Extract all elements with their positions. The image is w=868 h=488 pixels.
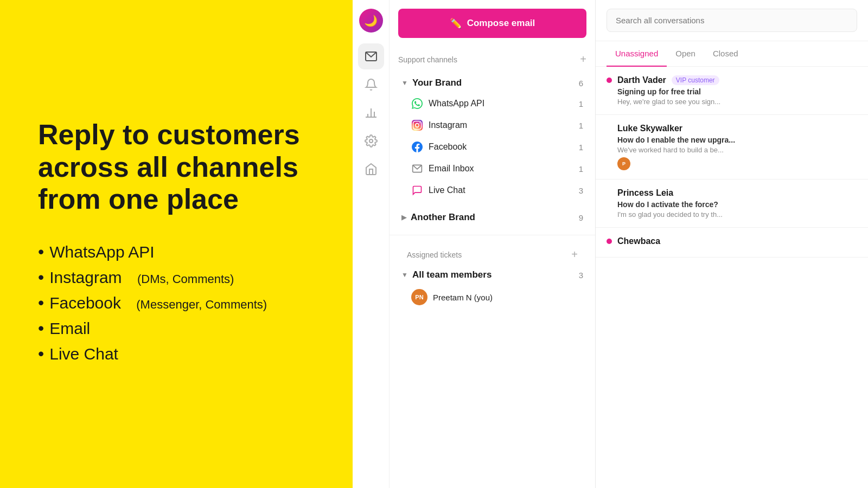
- whatsapp-icon: [411, 98, 423, 110]
- agent-left: PN Preetam N (you): [411, 289, 493, 305]
- tab-open[interactable]: Open: [667, 41, 704, 67]
- sidebar-item-home[interactable]: [358, 156, 384, 182]
- compose-email-button[interactable]: ✏️ Compose email: [398, 9, 586, 38]
- feature-sub: (DMs, Comments): [137, 272, 234, 286]
- support-channels-label: Support channels: [398, 55, 457, 64]
- feature-main: Instagram: [49, 268, 122, 287]
- assigned-tickets-header: Assigned tickets +: [398, 244, 586, 265]
- channel-left: Instagram: [411, 119, 467, 131]
- conv-header: Chewbaca: [607, 236, 857, 246]
- list-item: WhatsApp API: [38, 242, 300, 262]
- compose-label: Compose email: [467, 18, 535, 29]
- email-icon: [411, 163, 423, 175]
- channel-whatsapp[interactable]: WhatsApp API 1: [398, 93, 586, 114]
- chart-icon: [365, 106, 378, 119]
- search-bar: [596, 0, 868, 41]
- livechat-label: Live Chat: [429, 185, 465, 195]
- list-item: Facebook (Messenger, Comments): [38, 293, 300, 313]
- all-team-item[interactable]: ▼ All team members 3: [398, 265, 586, 285]
- email-label: Email Inbox: [429, 164, 474, 174]
- conversation-item[interactable]: Darth Vader VIP customer Signing up for …: [596, 67, 868, 115]
- vip-badge: VIP customer: [672, 75, 719, 85]
- feature-list: WhatsApp API Instagram (DMs, Comments) F…: [38, 242, 300, 364]
- conv-subject: How do I enable the new upgra...: [607, 136, 857, 144]
- sidebar-item-inbox[interactable]: [358, 43, 384, 69]
- facebook-count: 1: [579, 143, 583, 152]
- offline-indicator: [607, 126, 612, 131]
- channel-left: Facebook: [411, 141, 467, 153]
- email-count: 1: [579, 164, 583, 174]
- left-panel: Reply to customers across all channels f…: [0, 0, 353, 488]
- online-indicator: [607, 239, 612, 244]
- svg-point-5: [369, 139, 373, 143]
- conversation-item[interactable]: Luke Skywalker How do I enable the new u…: [596, 115, 868, 179]
- facebook-label: Facebook: [429, 142, 467, 152]
- tab-unassigned-label: Unassigned: [615, 49, 658, 58]
- conv-subject: How do I activate the force?: [607, 200, 857, 209]
- app-logo: 🌙: [359, 9, 383, 33]
- channel-facebook[interactable]: Facebook 1: [398, 136, 586, 158]
- support-channels-section: Support channels +: [390, 49, 595, 70]
- chevron-down-icon: ▼: [401, 79, 408, 87]
- all-team-count: 3: [579, 271, 583, 280]
- conv-preview: We've worked hard to build a be...: [607, 146, 857, 154]
- all-team-label: All team members: [412, 269, 492, 280]
- another-brand-name: Another Brand: [411, 212, 475, 223]
- channel-left: Live Chat: [411, 184, 465, 196]
- conv-name: Darth Vader: [617, 75, 666, 85]
- sidebar-item-notifications[interactable]: [358, 72, 384, 98]
- assigned-section: Assigned tickets + ▼ All team members 3 …: [390, 240, 595, 314]
- instagram-label: Instagram: [429, 120, 467, 130]
- svg-point-8: [419, 122, 420, 123]
- conv-header: Princess Leia: [607, 188, 857, 198]
- tab-closed[interactable]: Closed: [704, 41, 747, 67]
- channel-livechat[interactable]: Live Chat 3: [398, 179, 586, 201]
- another-brand-left: ▶ Another Brand: [401, 212, 475, 223]
- your-brand-header[interactable]: ▼ Your Brand 6: [398, 73, 586, 93]
- agent-name: Preetam N (you): [433, 293, 493, 302]
- tab-open-label: Open: [675, 49, 695, 58]
- channel-left: Email Inbox: [411, 163, 474, 175]
- feature-sub: (Messenger, Comments): [136, 298, 267, 312]
- list-item: Email: [38, 318, 300, 338]
- compose-icon: ✏️: [450, 17, 462, 29]
- sidebar-item-analytics[interactable]: [358, 100, 384, 126]
- conversation-item[interactable]: Chewbaca: [596, 228, 868, 258]
- instagram-icon: [411, 119, 423, 131]
- logo-icon: 🌙: [364, 14, 378, 27]
- conv-preview: I'm so glad you decided to try th...: [607, 210, 857, 219]
- divider: [390, 235, 595, 235]
- instagram-count: 1: [579, 121, 583, 130]
- channel-email[interactable]: Email Inbox 1: [398, 158, 586, 179]
- sidebar-item-settings[interactable]: [358, 128, 384, 154]
- online-indicator: [607, 78, 612, 83]
- livechat-count: 3: [579, 186, 583, 195]
- feature-main: Facebook: [49, 294, 121, 312]
- add-channel-icon[interactable]: +: [580, 53, 586, 66]
- your-brand-name: Your Brand: [412, 78, 462, 88]
- tab-closed-label: Closed: [713, 49, 738, 58]
- assigned-tickets-label: Assigned tickets: [407, 251, 462, 259]
- conv-name: Chewbaca: [617, 236, 660, 246]
- tab-unassigned[interactable]: Unassigned: [607, 41, 667, 67]
- whatsapp-count: 1: [579, 99, 583, 108]
- conversation-list: Darth Vader VIP customer Signing up for …: [596, 67, 868, 488]
- conv-header: Luke Skywalker: [607, 124, 857, 133]
- add-assigned-icon[interactable]: +: [571, 248, 578, 261]
- conv-name: Princess Leia: [617, 188, 673, 198]
- search-input[interactable]: [607, 9, 857, 32]
- facebook-icon: [411, 141, 423, 153]
- gear-icon: [365, 134, 378, 147]
- list-item: Live Chat: [38, 344, 300, 364]
- channel-instagram[interactable]: Instagram 1: [398, 114, 586, 136]
- offline-indicator: [607, 190, 612, 196]
- all-team-left: ▼ All team members: [401, 269, 492, 280]
- inbox-icon: [365, 50, 378, 63]
- another-brand-header[interactable]: ▶ Another Brand 9: [398, 208, 586, 227]
- app-window: 🌙: [353, 0, 868, 488]
- hero-title: Reply to customers across all channels f…: [38, 119, 300, 216]
- your-brand-count: 6: [579, 79, 583, 88]
- agent-item[interactable]: PN Preetam N (you): [398, 285, 586, 310]
- livechat-icon: [411, 184, 423, 196]
- conversation-item[interactable]: Princess Leia How do I activate the forc…: [596, 179, 868, 228]
